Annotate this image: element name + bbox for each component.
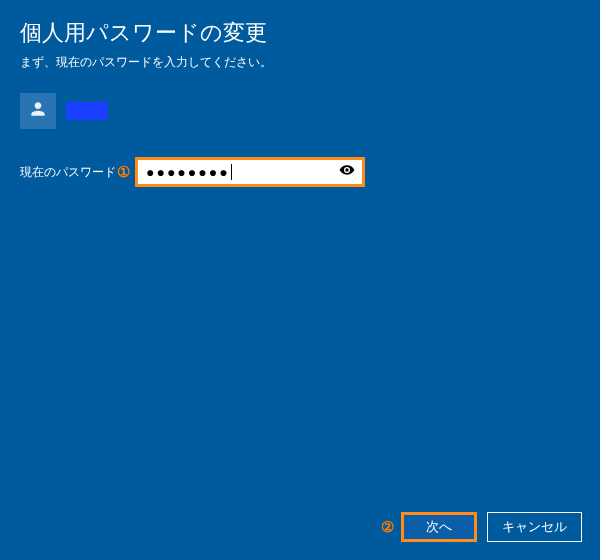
user-row (0, 93, 600, 129)
cancel-button[interactable]: キャンセル (487, 512, 582, 542)
eye-icon (339, 162, 355, 182)
annotation-step-2: ② (381, 518, 394, 536)
reveal-password-button[interactable] (338, 163, 356, 181)
password-row: 現在のパスワード ① ●●●●●●●● (0, 157, 600, 187)
current-password-input[interactable]: ●●●●●●●● (135, 157, 365, 187)
avatar (20, 93, 56, 129)
page-subtitle: まず、現在のパスワードを入力してください。 (0, 54, 600, 93)
text-caret (231, 164, 232, 180)
annotation-step-1: ① (117, 163, 130, 181)
person-icon (28, 99, 48, 123)
password-mask: ●●●●●●●● (146, 165, 230, 179)
user-name-redacted (66, 102, 108, 120)
footer-buttons: ② 次へ キャンセル (401, 512, 582, 542)
next-button[interactable]: 次へ (401, 512, 477, 542)
page-title: 個人用パスワードの変更 (0, 0, 600, 54)
